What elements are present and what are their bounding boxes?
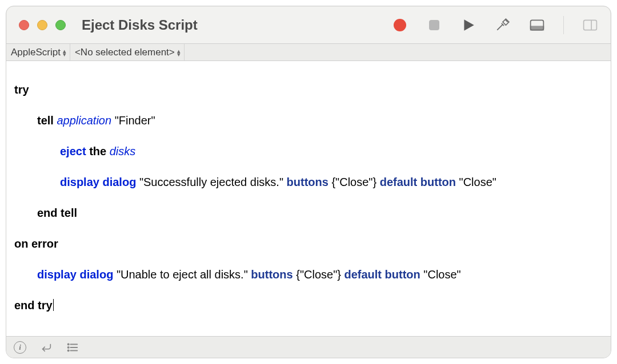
toggle-bottom-panel-button[interactable]	[529, 17, 545, 33]
code-token: try	[14, 83, 29, 96]
build-button[interactable]	[495, 17, 511, 33]
code-token: buttons	[251, 268, 293, 281]
svg-point-8	[68, 350, 69, 351]
code-token: {"Close"}	[293, 268, 344, 281]
panel-bottom-icon	[530, 18, 544, 33]
description-button[interactable]: i	[13, 341, 27, 354]
play-icon	[461, 18, 476, 33]
code-token: {"Close"}	[328, 176, 380, 188]
chevron-updown-icon: ▴▾	[177, 49, 181, 56]
element-path-popup[interactable]: <No selected element> ▴▾	[70, 44, 185, 60]
zoom-window-button[interactable]	[55, 20, 66, 30]
record-icon	[394, 19, 406, 31]
close-window-button[interactable]	[19, 20, 29, 30]
traffic-lights	[19, 20, 66, 30]
code-token: "Unable to eject all disks."	[113, 268, 251, 281]
run-button[interactable]	[460, 17, 476, 33]
code-token: default button	[380, 176, 456, 188]
code-token: display dialog	[60, 176, 136, 188]
svg-point-4	[68, 343, 69, 345]
result-pane-button[interactable]	[39, 341, 53, 354]
code-token: disks	[110, 145, 136, 157]
code-token: eject	[60, 145, 86, 157]
status-bar: i	[6, 336, 611, 358]
return-arrow-icon	[40, 341, 53, 354]
svg-rect-2	[584, 20, 597, 30]
code-token: default button	[344, 268, 420, 281]
code-token: "Successfully ejected disks."	[136, 176, 286, 188]
language-popup[interactable]: AppleScript ▴▾	[6, 44, 70, 60]
svg-rect-1	[531, 26, 544, 30]
navigation-bar: AppleScript ▴▾ <No selected element> ▴▾	[6, 44, 611, 61]
info-icon: i	[14, 341, 26, 354]
code-token: display dialog	[37, 268, 113, 281]
element-path-label: <No selected element>	[75, 47, 175, 57]
window-title: Eject Disks Script	[82, 18, 198, 32]
record-button[interactable]	[392, 17, 408, 33]
toolbar	[392, 16, 598, 34]
stop-icon	[429, 20, 439, 30]
script-editor-window: Eject Disks Script	[6, 6, 611, 358]
hammer-icon	[495, 18, 510, 33]
language-label: AppleScript	[11, 47, 61, 57]
code-token: tell	[37, 114, 54, 127]
code-token: end try	[14, 299, 53, 312]
log-pane-button[interactable]	[66, 341, 79, 354]
code-editor[interactable]: try tell application "Finder" eject the …	[6, 61, 611, 336]
chevron-updown-icon: ▴▾	[63, 49, 66, 56]
svg-point-6	[68, 346, 69, 347]
code-token: buttons	[287, 176, 328, 188]
minimize-window-button[interactable]	[37, 20, 47, 30]
toggle-side-panel-button[interactable]	[582, 17, 598, 33]
panel-side-icon	[583, 18, 598, 33]
titlebar: Eject Disks Script	[6, 6, 611, 44]
code-token: end tell	[37, 207, 77, 219]
code-token: the	[89, 145, 106, 157]
text-caret	[53, 299, 54, 311]
code-token: application	[57, 114, 111, 127]
code-token: "Finder"	[111, 114, 155, 127]
toolbar-divider	[563, 16, 564, 34]
code-token: "Close"	[456, 176, 496, 188]
list-icon	[66, 341, 79, 354]
stop-button[interactable]	[426, 17, 442, 33]
code-token: on error	[14, 237, 58, 250]
code-token: "Close"	[420, 268, 461, 281]
